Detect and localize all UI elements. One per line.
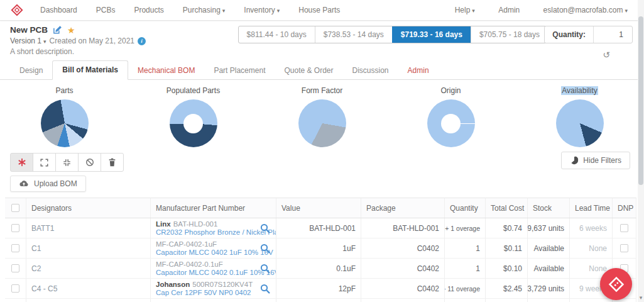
chart-populated-parts: Populated Parts: [129, 86, 258, 147]
nav-house-parts[interactable]: House Parts: [298, 6, 340, 14]
parts-pie-chart[interactable]: [41, 99, 89, 147]
chart-origin-title: Origin: [386, 86, 515, 95]
cell-value: 0.1uF: [276, 259, 361, 278]
row-checkbox[interactable]: [11, 284, 19, 293]
row-checkbox[interactable]: [11, 244, 19, 252]
price-option-18-days[interactable]: $705.75 - 18 days: [471, 26, 548, 43]
nav-help[interactable]: Help▾: [455, 6, 475, 14]
designator-link[interactable]: BATT1: [31, 224, 54, 233]
tab-quote-order[interactable]: Quote & Order: [275, 62, 342, 80]
tab-discussion[interactable]: Discussion: [343, 62, 398, 80]
price-option-16-days-selected[interactable]: $719.33 - 16 days: [392, 26, 471, 43]
select-all-checkbox[interactable]: [11, 204, 19, 212]
origin-donut-chart[interactable]: [427, 99, 475, 147]
nav-pcbs[interactable]: PCBs: [96, 6, 116, 14]
nav-purchasing-label: Purchasing: [183, 6, 221, 14]
asterisk-icon: [18, 158, 26, 167]
tab-design[interactable]: Design: [10, 62, 52, 80]
edit-title-icon[interactable]: [53, 25, 62, 35]
price-option-14-days[interactable]: $738.53 - 14 days: [315, 26, 392, 43]
nav-help-label: Help: [455, 6, 471, 14]
cell-total-cost: $0.11: [486, 238, 528, 258]
designator-link[interactable]: C4 - C5: [31, 284, 57, 293]
nav-dashboard[interactable]: Dashboard: [40, 6, 77, 14]
scrollbar-thumb[interactable]: [638, 16, 643, 185]
tab-admin[interactable]: Admin: [398, 62, 439, 80]
row-checkbox[interactable]: [11, 224, 19, 232]
dnp-checkbox[interactable]: [620, 244, 628, 252]
cell-value: BAT-HLD-001: [276, 218, 361, 238]
row-checkbox[interactable]: [11, 264, 19, 272]
cell-stock: Available: [528, 238, 570, 258]
search-part-icon[interactable]: [260, 264, 270, 274]
search-part-icon[interactable]: [260, 223, 270, 233]
mpn-brand: Johanson: [156, 281, 190, 288]
macrofab-chat-badge[interactable]: [600, 268, 632, 300]
chevron-down-icon: ▾: [43, 38, 46, 45]
part-description-link[interactable]: Cap Cer 12PF 50V NP0 0402: [156, 289, 253, 297]
cell-value: 1uF: [276, 238, 361, 258]
cloud-upload-icon: [19, 180, 29, 187]
col-manufacturer-part-number: Manufacturer Part Number: [151, 198, 276, 218]
table-row: C1 MF-CAP-0402-1uF Capacitor MLCC 0402 1…: [5, 238, 636, 259]
hide-filters-button[interactable]: Hide Filters: [561, 152, 630, 169]
cell-stock: Available: [528, 259, 570, 278]
col-total-cost: Total Cost: [486, 198, 528, 218]
chart-availability: Availability: [515, 86, 644, 147]
info-icon[interactable]: i: [138, 37, 146, 45]
mpn-part-number: MF-CAP-0402-0.1uF: [156, 260, 223, 268]
designator-link[interactable]: C1: [31, 244, 41, 253]
quantity-input[interactable]: 1: [593, 26, 632, 43]
price-option-10-days[interactable]: $811.44 - 10 days: [239, 26, 315, 43]
mpn-part-number: 500R07S120KV4T: [192, 281, 253, 288]
nav-inventory[interactable]: Inventory▾: [244, 6, 280, 14]
chart-availability-title: Availability: [515, 86, 644, 95]
part-description-link[interactable]: Capacitor MLCC 0402 0.1uF 10% 16V: [156, 269, 276, 277]
designator-link[interactable]: C2: [31, 264, 41, 273]
top-navbar: Dashboard PCBs Products Purchasing▾ Inve…: [0, 0, 644, 21]
vertical-scrollbar[interactable]: ▾: [638, 0, 644, 302]
availability-pie-chart[interactable]: [556, 99, 604, 147]
nav-user-menu[interactable]: eslaton@macrofab.com▾: [543, 6, 628, 14]
nav-purchasing[interactable]: Purchasing▾: [183, 6, 226, 14]
form-factor-pie-chart[interactable]: [298, 99, 346, 147]
nav-products-label: Products: [134, 6, 163, 14]
search-part-icon[interactable]: [260, 284, 270, 294]
cell-quantity: 1+ 1 overage: [445, 218, 486, 238]
search-part-icon[interactable]: [260, 243, 270, 254]
delete-rows-button[interactable]: [101, 153, 124, 172]
cell-total-cost: $0.10: [486, 259, 528, 278]
hide-filters-label: Hide Filters: [583, 156, 621, 165]
dnp-checkbox[interactable]: [620, 224, 628, 232]
mpn-part-number: MF-CAP-0402-1uF: [156, 240, 217, 248]
col-lead-time: Lead Time: [570, 198, 613, 218]
pcb-header: New PCB ★ Version 1▾ Created on May 21, …: [0, 21, 644, 62]
price-option-group: $811.44 - 10 days $738.53 - 14 days $719…: [238, 26, 548, 43]
col-dnp: DNP: [613, 198, 636, 218]
collapse-rows-button[interactable]: [55, 153, 79, 172]
chart-form-factor: Form Factor: [258, 86, 386, 147]
chevron-down-icon: ▾: [472, 8, 475, 14]
part-description-link[interactable]: Capacitor MLCC 0402 1uF 10% 16V: [156, 249, 273, 257]
tab-part-placement[interactable]: Part Placement: [204, 62, 275, 80]
nav-user-email-label: eslaton@macrofab.com: [543, 6, 623, 14]
history-icon[interactable]: ↺: [603, 50, 610, 60]
populated-parts-donut-chart[interactable]: [170, 99, 217, 147]
nav-admin[interactable]: Admin: [498, 6, 520, 14]
tab-mechanical-bom[interactable]: Mechanical BOM: [128, 62, 204, 80]
part-description-link[interactable]: CR2032 Phosphor Bronze / Nickel Plated 2…: [156, 228, 276, 237]
auto-assign-parts-button[interactable]: [10, 153, 33, 172]
upload-bom-button[interactable]: Upload BOM: [10, 176, 86, 192]
nav-products[interactable]: Products: [134, 6, 163, 14]
version-dropdown[interactable]: Version 1▾: [10, 36, 46, 45]
scrollbar-down-arrow[interactable]: ▾: [638, 294, 644, 301]
favorite-star-icon[interactable]: ★: [67, 26, 75, 35]
compress-icon: [63, 159, 71, 167]
tab-bill-of-materials[interactable]: Bill of Materials: [52, 60, 128, 80]
macrofab-logo-icon[interactable]: [10, 3, 24, 17]
col-package: Package: [361, 198, 445, 218]
nav-house-parts-label: House Parts: [298, 6, 340, 14]
clear-selection-button[interactable]: [78, 153, 101, 172]
availability-title-highlighted: Availability: [561, 86, 598, 95]
expand-rows-button[interactable]: [33, 153, 56, 172]
